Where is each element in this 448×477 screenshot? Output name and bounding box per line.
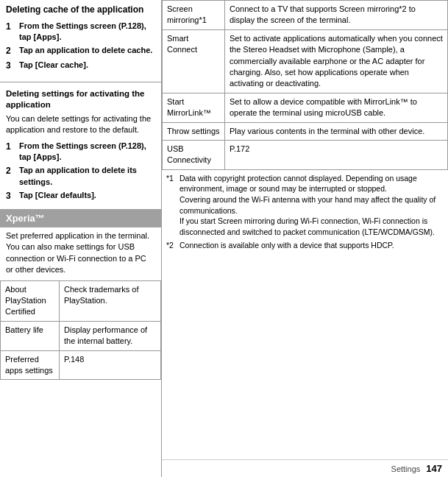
table-row: Throw settingsPlay various contents in t… [163, 122, 448, 140]
table-row: Start MirrorLink™Set to allow a device c… [163, 93, 448, 122]
footnotes-block: *1Data with copyright protection cannot … [162, 170, 448, 459]
footnote-num: *1 [166, 173, 179, 238]
footer-label: Settings [391, 464, 421, 473]
xperia-banner: Xperia™ [0, 209, 161, 227]
section2-body: You can delete settings for activating t… [0, 112, 161, 139]
table-cell-value: P.172 [225, 140, 448, 169]
table-cell-label: Throw settings [163, 122, 225, 140]
footnote-row: *2Connection is available only with a de… [166, 240, 444, 251]
right-column: Screen mirroring*1Connect to a TV that s… [162, 0, 448, 477]
table-row: About PlayStation CertifiedCheck tradema… [1, 280, 161, 321]
table-cell-value: Set to allow a device compatible with Mi… [225, 93, 448, 122]
step-text: Tap an application to delete its setting… [19, 165, 155, 188]
footnote-text: Data with copyright protection cannot di… [179, 173, 444, 238]
section2-heading: Deleting settings for activating the app… [0, 85, 161, 112]
table-cell-label: Start MirrorLink™ [163, 93, 225, 122]
left-features-table: About PlayStation CertifiedCheck tradema… [0, 280, 161, 381]
footnote-num: *2 [166, 240, 179, 251]
section2-steps: 1 From the Settings screen (P.128), tap … [0, 139, 161, 209]
table-cell-value: Connect to a TV that supports Screen mir… [225, 1, 448, 30]
table-cell-value: Check trademarks of PlayStation. [60, 280, 161, 321]
table-cell-value: P.148 [60, 350, 161, 380]
section1-steps: 1 From the Settings screen (P.128), tap … [0, 19, 161, 79]
step-num: 2 [6, 45, 18, 57]
step-row: 3 Tap [Clear defaults]. [6, 190, 155, 202]
right-features-table: Screen mirroring*1Connect to a TV that s… [162, 0, 448, 170]
step-num: 3 [6, 60, 18, 72]
page-footer: Settings 147 [162, 459, 448, 477]
table-row: Preferred apps settingsP.148 [1, 350, 161, 380]
step-num: 1 [6, 21, 18, 43]
step-text: From the Settings screen (P.128), tap [A… [19, 21, 155, 43]
step-row: 2 Tap an application to delete cache. [6, 45, 155, 57]
table-cell-label: Battery life [1, 321, 60, 350]
table-cell-label: About PlayStation Certified [1, 280, 60, 321]
left-column: Deleting cache of the application 1 From… [0, 0, 162, 477]
table-cell-label: USB Connectivity [163, 140, 225, 169]
divider [0, 82, 161, 82]
step-text: Tap [Clear cache]. [19, 60, 88, 72]
step-row: 2 Tap an application to delete its setti… [6, 165, 155, 188]
table-row: Battery lifeDisplay performance of the i… [1, 321, 161, 350]
step-num: 2 [6, 165, 18, 188]
table-cell-label: Smart Connect [163, 29, 225, 93]
xperia-desc: Set preferred application in the termina… [0, 227, 161, 280]
step-num: 1 [6, 141, 18, 163]
table-cell-value: Play various contents in the terminal wi… [225, 122, 448, 140]
step-row: 1 From the Settings screen (P.128), tap … [6, 21, 155, 43]
step-text: From the Settings screen (P.128), tap [A… [19, 141, 155, 163]
page-number: 147 [426, 463, 442, 474]
step-text: Tap [Clear defaults]. [19, 190, 96, 202]
step-num: 3 [6, 190, 18, 202]
table-row: USB ConnectivityP.172 [163, 140, 448, 169]
footnote-row: *1Data with copyright protection cannot … [166, 173, 444, 238]
table-cell-label: Screen mirroring*1 [163, 1, 225, 30]
step-row: 1 From the Settings screen (P.128), tap … [6, 141, 155, 163]
step-row: 3 Tap [Clear cache]. [6, 60, 155, 72]
table-row: Smart ConnectSet to activate application… [163, 29, 448, 93]
footnote-text: Connection is available only with a devi… [179, 240, 394, 251]
table-cell-value: Set to activate applications automatical… [225, 29, 448, 93]
section1-heading: Deleting cache of the application [0, 0, 161, 19]
table-cell-label: Preferred apps settings [1, 350, 60, 380]
table-cell-value: Display performance of the internal batt… [60, 321, 161, 350]
step-text: Tap an application to delete cache. [19, 45, 152, 57]
table-row: Screen mirroring*1Connect to a TV that s… [163, 1, 448, 30]
